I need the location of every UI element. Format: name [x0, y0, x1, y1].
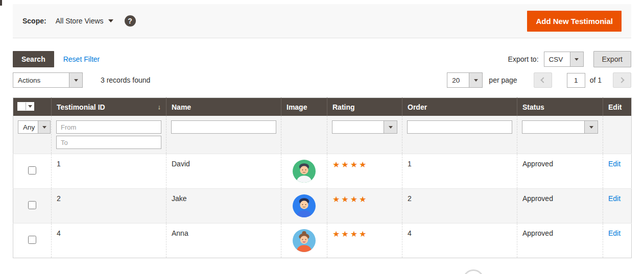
page-number-input[interactable]: [567, 73, 585, 88]
cell-status: Approved: [517, 154, 603, 189]
cell-order: 4: [402, 223, 517, 258]
cell-name: Jake: [166, 189, 281, 223]
cell-name: David: [166, 154, 281, 189]
row-checkbox[interactable]: [28, 236, 36, 244]
chevron-down-icon: [69, 73, 82, 87]
cell-order: 1: [402, 154, 517, 189]
edit-link[interactable]: Edit: [608, 229, 621, 237]
actions-value: Actions: [13, 73, 69, 87]
column-header-edit: Edit: [603, 98, 632, 116]
cell-testimonial-id: 1: [52, 154, 166, 189]
rating-stars: ★★★★: [332, 230, 368, 238]
rating-stars: ★★★★: [332, 160, 368, 169]
records-found-text: 3 records found: [101, 76, 150, 84]
chevron-left-icon: [540, 77, 546, 83]
order-filter-input[interactable]: [407, 120, 512, 134]
cell-status: Approved: [517, 223, 603, 258]
status-filter-select[interactable]: [522, 120, 598, 134]
export-format-value: CSV: [544, 52, 570, 66]
page-of-label: of 1: [590, 76, 602, 84]
rating-filter-select[interactable]: [332, 120, 397, 134]
reset-filter-link[interactable]: Reset Filter: [63, 55, 100, 63]
grid-toolbar-bottom: Actions 3 records found 20 per page of 1: [13, 72, 631, 88]
per-page-select[interactable]: 20: [447, 72, 483, 88]
next-page-button[interactable]: [613, 72, 631, 88]
edit-link[interactable]: Edit: [608, 194, 621, 203]
select-all-header: [13, 98, 52, 116]
export-to-label: Export to:: [508, 55, 539, 63]
chat-widget-button[interactable]: [463, 269, 484, 274]
edit-link[interactable]: Edit: [608, 160, 621, 168]
chevron-down-icon: [384, 121, 397, 133]
sort-descending-icon: ↓: [158, 103, 161, 111]
column-header-name[interactable]: Name: [166, 98, 281, 116]
scope-bar: Scope: All Store Views ? Add New Testimo…: [13, 4, 631, 38]
export-format-select[interactable]: CSV: [544, 52, 584, 67]
column-header-status[interactable]: Status: [517, 98, 603, 116]
table-row: 4 Anna ★★★★ 4 Approved Ed: [13, 223, 632, 258]
table-row: 2 Jake ★★★★ 2 Approved Edit: [13, 189, 632, 223]
search-button[interactable]: Search: [13, 51, 54, 67]
column-header-rating[interactable]: Rating: [327, 98, 402, 116]
status-filter-value: [522, 121, 584, 133]
column-header-image[interactable]: Image: [281, 98, 327, 116]
scope-label: Scope:: [22, 17, 46, 25]
per-page-value: 20: [447, 73, 469, 87]
store-view-switcher[interactable]: All Store Views: [56, 17, 113, 25]
store-view-value: All Store Views: [56, 17, 104, 25]
export-button[interactable]: Export: [593, 51, 631, 67]
select-all-dropdown[interactable]: [17, 102, 34, 111]
previous-page-button[interactable]: [534, 72, 552, 88]
any-filter-value: Any: [18, 121, 38, 133]
cell-status: Approved: [517, 189, 603, 223]
id-from-filter-input[interactable]: [56, 120, 161, 134]
avatar: [293, 160, 316, 183]
rating-filter-value: [332, 121, 384, 133]
mass-select-filter[interactable]: Any: [18, 120, 51, 134]
column-header-testimonial-id[interactable]: Testimonial ID ↓: [52, 98, 166, 116]
chevron-down-icon: [469, 73, 482, 87]
avatar: [293, 229, 316, 252]
table-row: 1 David ★★★★ 1 Approved Edit: [13, 154, 632, 189]
cell-name: Anna: [166, 223, 281, 258]
actions-select[interactable]: Actions: [13, 72, 83, 88]
select-all-checkbox[interactable]: [18, 103, 26, 110]
add-new-testimonial-button[interactable]: Add New Testimonial: [527, 11, 622, 32]
help-icon[interactable]: ?: [125, 15, 136, 27]
chevron-down-icon: [26, 103, 34, 110]
id-to-filter-input[interactable]: [56, 136, 161, 149]
chevron-right-icon: [618, 77, 624, 83]
rating-stars: ★★★★: [332, 195, 368, 204]
row-checkbox[interactable]: [28, 201, 36, 209]
chevron-down-icon: [570, 52, 583, 66]
cell-testimonial-id: 2: [52, 189, 166, 223]
row-checkbox[interactable]: [28, 166, 36, 175]
cell-order: 2: [402, 189, 517, 223]
testimonials-grid: Testimonial ID ↓ Name Image Rating Order…: [13, 97, 632, 258]
cell-testimonial-id: 4: [52, 223, 166, 258]
column-label: Testimonial ID: [57, 103, 105, 111]
chevron-down-icon: [108, 19, 113, 22]
chevron-down-icon: [584, 121, 598, 133]
avatar: [293, 194, 316, 217]
column-header-order[interactable]: Order: [402, 98, 517, 116]
chevron-down-icon: [38, 121, 50, 133]
sidebar-edge-fragment: [0, 0, 2, 6]
name-filter-input[interactable]: [171, 120, 276, 134]
per-page-label: per page: [489, 76, 517, 84]
grid-header-row: Testimonial ID ↓ Name Image Rating Order…: [13, 98, 632, 116]
grid-toolbar-top: Search Reset Filter Export to: CSV Expor…: [13, 51, 631, 67]
grid-filter-row: Any: [13, 116, 632, 154]
